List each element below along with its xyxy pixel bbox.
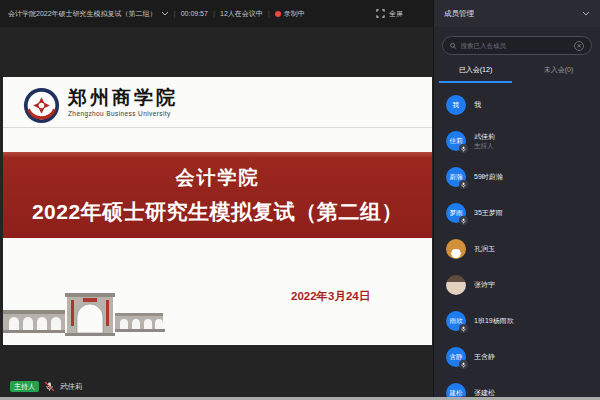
member-avatar: 雨欣 bbox=[446, 311, 466, 331]
mic-status-icon bbox=[459, 216, 468, 225]
app-window: 会计学院2022年硕士研究生模拟复试（第二组） | 00:09:57 | 12人… bbox=[0, 0, 600, 400]
member-management-panel: 成员管理 ✕ 已入会(12)未入会(0) 我 我 佳莉 bbox=[433, 0, 600, 400]
university-logo: 郑州商学院 Zhengzhou Business University bbox=[23, 87, 178, 124]
main-column: 会计学院2022年硕士研究生模拟复试（第二组） | 00:09:57 | 12人… bbox=[0, 0, 433, 400]
member-avatar: 佳莉 bbox=[446, 131, 466, 151]
mic-muted-icon bbox=[44, 381, 55, 392]
participants-count[interactable]: 12人在会议中 bbox=[220, 9, 263, 19]
panel-title: 成员管理 bbox=[444, 9, 474, 19]
member-role-label: 主持人 bbox=[474, 142, 495, 150]
tab-not-joined[interactable]: 未入会(0) bbox=[517, 59, 600, 83]
host-badge: 主持人 bbox=[10, 381, 39, 392]
member-row[interactable]: 含静 王含静 bbox=[434, 339, 600, 375]
member-avatar: 含静 bbox=[446, 347, 466, 367]
member-name: 王含静 bbox=[474, 352, 495, 361]
member-name: 孔润玉 bbox=[474, 244, 495, 253]
divider: | bbox=[268, 9, 270, 18]
slide-title-line2: 2022年硕士研究生模拟复试（第二组） bbox=[3, 198, 432, 226]
university-name-block: 郑州商学院 Zhengzhou Business University bbox=[68, 87, 178, 117]
mic-status-icon bbox=[459, 180, 468, 189]
member-avatar bbox=[446, 239, 466, 259]
member-row[interactable]: 我 我 bbox=[434, 87, 600, 123]
member-avatar: 我 bbox=[446, 95, 466, 115]
slide-title-banner: 会计学院 2022年硕士研究生模拟复试（第二组） bbox=[3, 152, 432, 238]
member-row[interactable]: 佳莉 武佳莉 主持人 bbox=[434, 123, 600, 159]
chevron-down-icon bbox=[161, 11, 169, 16]
university-name-en: Zhengzhou Business University bbox=[68, 110, 178, 117]
campus-gate-image bbox=[3, 293, 165, 339]
fullscreen-button[interactable]: 全屏 bbox=[376, 9, 403, 19]
member-search-input[interactable] bbox=[461, 42, 570, 49]
member-name: 张诗宇 bbox=[474, 280, 495, 289]
university-name-cn: 郑州商学院 bbox=[68, 87, 178, 109]
screen-share-stage: 郑州商学院 Zhengzhou Business University 会计学院… bbox=[0, 27, 433, 400]
mic-status-icon bbox=[459, 360, 468, 369]
meeting-title-dropdown[interactable]: 会计学院2022年硕士研究生模拟复试（第二组） bbox=[8, 9, 169, 19]
member-avatar bbox=[446, 275, 466, 295]
panel-header: 成员管理 bbox=[434, 0, 600, 27]
meeting-timer: 00:09:57 bbox=[181, 10, 208, 17]
mic-status-icon bbox=[459, 324, 468, 333]
search-area: ✕ bbox=[434, 27, 600, 59]
slide-title-line1: 会计学院 bbox=[3, 165, 432, 191]
member-avatar: 蔚瀚 bbox=[446, 167, 466, 187]
panel-collapse-chevron-icon[interactable] bbox=[582, 11, 590, 16]
member-text: 59时蔚瀚 bbox=[474, 172, 503, 181]
meeting-topbar: 会计学院2022年硕士研究生模拟复试（第二组） | 00:09:57 | 12人… bbox=[0, 0, 433, 27]
member-text: 35王梦雨 bbox=[474, 208, 503, 217]
meeting-title: 会计学院2022年硕士研究生模拟复试（第二组） bbox=[8, 9, 157, 19]
search-icon bbox=[450, 42, 457, 50]
shared-slide: 郑州商学院 Zhengzhou Business University 会计学院… bbox=[3, 77, 432, 345]
member-avatar: 梦雨 bbox=[446, 203, 466, 223]
member-text: 武佳莉 主持人 bbox=[474, 132, 495, 149]
member-name: 武佳莉 bbox=[474, 132, 495, 141]
avatar-initials: 我 bbox=[453, 101, 460, 110]
member-text: 孔润玉 bbox=[474, 244, 495, 253]
fullscreen-label: 全屏 bbox=[389, 9, 403, 19]
mic-status-icon bbox=[459, 144, 468, 153]
presenter-name: 武佳莉 bbox=[60, 382, 83, 392]
member-text: 我 bbox=[474, 100, 481, 109]
member-row[interactable]: 孔润玉 bbox=[434, 231, 600, 267]
university-emblem-icon bbox=[23, 87, 60, 124]
recording-label: 录制中 bbox=[284, 9, 305, 19]
member-row[interactable]: 雨欣 1班19杨雨欣 bbox=[434, 303, 600, 339]
search-clear-icon[interactable]: ✕ bbox=[574, 41, 584, 51]
recording-dot-icon bbox=[275, 11, 281, 17]
member-row[interactable]: 蔚瀚 59时蔚瀚 bbox=[434, 159, 600, 195]
member-name: 59时蔚瀚 bbox=[474, 172, 503, 181]
member-name: 我 bbox=[474, 100, 481, 109]
fullscreen-icon bbox=[376, 9, 385, 18]
member-row[interactable]: 张诗宇 bbox=[434, 267, 600, 303]
member-name: 35王梦雨 bbox=[474, 208, 503, 217]
divider: | bbox=[174, 9, 176, 18]
member-text: 王含静 bbox=[474, 352, 495, 361]
slide-date: 2022年3月24日 bbox=[291, 289, 370, 304]
presenter-info-bar: 主持人 武佳莉 bbox=[10, 381, 83, 392]
member-name: 1班19杨雨欣 bbox=[474, 316, 514, 325]
recording-status: 录制中 bbox=[275, 9, 305, 19]
member-text: 张诗宇 bbox=[474, 280, 495, 289]
member-text: 1班19杨雨欣 bbox=[474, 316, 514, 325]
divider: | bbox=[213, 9, 215, 18]
member-list[interactable]: 我 我 佳莉 武佳莉 主持人 蔚瀚 bbox=[434, 83, 600, 400]
member-row[interactable]: 梦雨 35王梦雨 bbox=[434, 195, 600, 231]
member-search-box[interactable]: ✕ bbox=[442, 36, 592, 55]
tab-joined[interactable]: 已入会(12) bbox=[434, 59, 517, 83]
member-tabs: 已入会(12)未入会(0) bbox=[434, 59, 600, 83]
slide-header-divider bbox=[3, 127, 432, 128]
